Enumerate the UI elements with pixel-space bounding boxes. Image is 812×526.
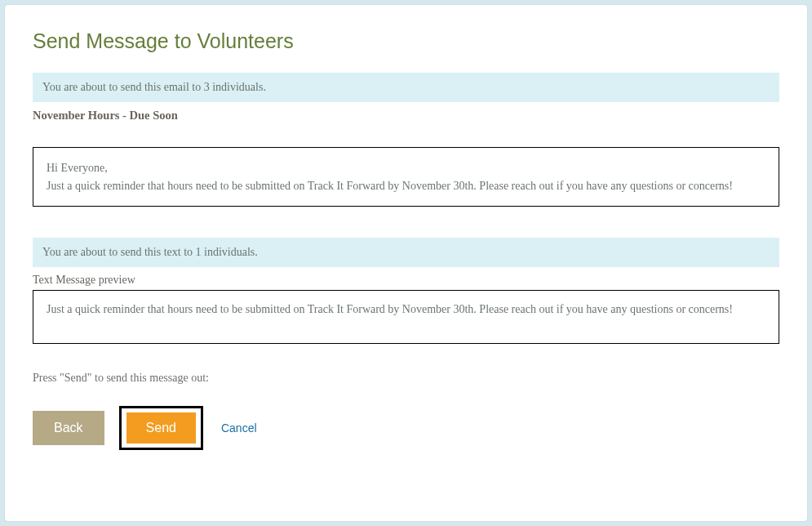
email-body-preview: Hi Everyone, Just a quick reminder that … — [33, 147, 779, 207]
send-button[interactable]: Send — [126, 412, 196, 444]
back-button[interactable]: Back — [33, 411, 104, 445]
text-preview-label: Text Message preview — [33, 274, 779, 287]
email-subject: November Hours - Due Soon — [33, 109, 779, 123]
cancel-link[interactable]: Cancel — [221, 421, 257, 435]
email-info-banner: You are about to send this email to 3 in… — [33, 73, 779, 102]
press-send-instruction: Press "Send" to send this message out: — [33, 372, 779, 385]
page-container: Send Message to Volunteers You are about… — [5, 5, 807, 521]
page-title: Send Message to Volunteers — [33, 29, 779, 53]
text-body-preview: Just a quick reminder that hours need to… — [33, 290, 779, 344]
text-info-banner: You are about to send this text to 1 ind… — [33, 238, 779, 267]
email-body-line1: Hi Everyone, — [47, 159, 765, 177]
button-row: Back Send Cancel — [33, 406, 779, 450]
send-button-highlight: Send — [119, 406, 203, 450]
email-body-line2: Just a quick reminder that hours need to… — [47, 177, 765, 195]
